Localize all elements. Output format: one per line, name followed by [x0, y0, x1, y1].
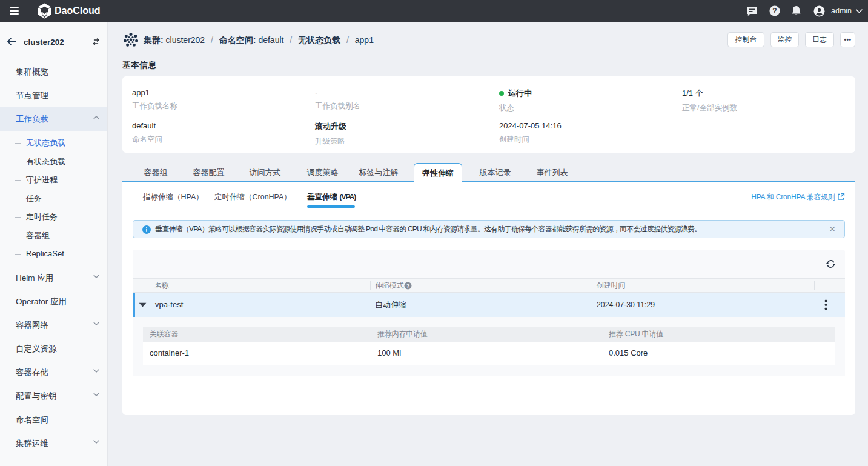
- svg-text:?: ?: [406, 283, 409, 289]
- svg-text:?: ?: [772, 7, 777, 15]
